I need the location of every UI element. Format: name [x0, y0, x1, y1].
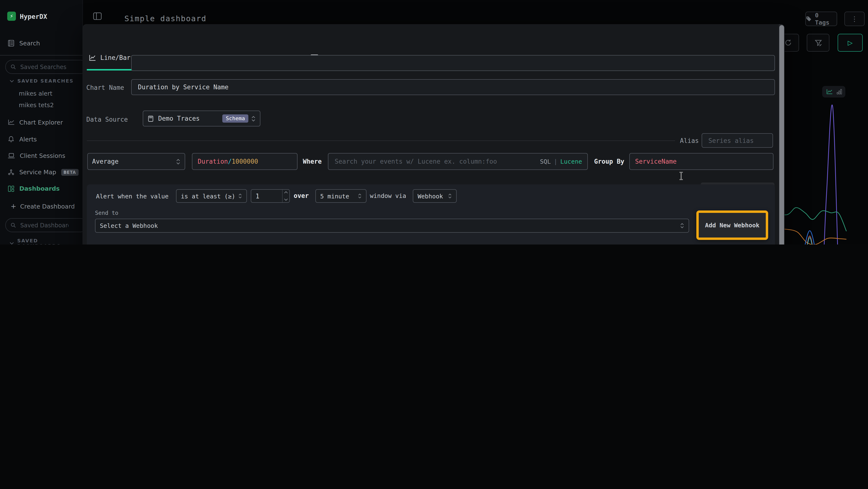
logo-text: HyperDX: [20, 12, 47, 20]
tag-icon: [806, 16, 812, 22]
sidebar-item-search[interactable]: Search: [8, 39, 40, 47]
tags-button-label: 0 Tags: [815, 11, 837, 26]
sidebar-item-service-map[interactable]: Service Map BETA: [8, 169, 79, 176]
text-cursor: [679, 172, 683, 180]
bar-chart-icon: [836, 89, 842, 95]
chevron-updown-icon: [176, 158, 180, 165]
alias-divider: [87, 141, 675, 141]
webhook-select[interactable]: Select a Webhook: [95, 219, 689, 233]
tab-line-bar[interactable]: Line/Bar: [89, 54, 130, 61]
saved-searches-search[interactable]: [5, 60, 87, 74]
sidebar-item-dashboards[interactable]: Dashboards: [8, 185, 60, 192]
add-webhook-highlight: Add New Webhook: [696, 210, 768, 240]
network-icon: [8, 169, 14, 175]
data-source-label: Data Source: [86, 116, 128, 123]
search-icon: [10, 64, 16, 69]
chevron-up-icon[interactable]: [284, 191, 288, 194]
alert-when-label: Alert when the value: [96, 193, 168, 200]
saved-search-item[interactable]: mikes alert: [19, 90, 52, 97]
send-to-label: Send to: [95, 209, 118, 216]
edit-chart-modal: Line/Bar Table 123 Number: [83, 24, 784, 244]
kebab-icon: ⋮: [851, 15, 858, 23]
chevron-updown-icon: [238, 193, 242, 199]
saved-searches-input[interactable]: [19, 63, 69, 71]
alert-window-select[interactable]: 5 minute: [315, 189, 367, 203]
sidebar: ⚡ HyperDX Search SAVED SEARCH: [0, 0, 83, 244]
refresh-icon: [784, 39, 792, 46]
sql-toggle[interactable]: SQL: [540, 158, 551, 165]
schema-badge: Schema: [222, 114, 249, 123]
window-via-label: window via: [370, 192, 406, 199]
line-chart-icon: [89, 54, 96, 61]
dashboard-grid-icon: [8, 185, 14, 192]
chevron-updown-icon: [358, 193, 362, 199]
over-label: over: [294, 192, 309, 199]
filter-edit-icon: [814, 39, 822, 47]
saved-searches-header[interactable]: SAVED SEARCHES: [10, 78, 73, 84]
sidebar-item-label: Search: [19, 39, 40, 47]
search-doc-icon: [8, 39, 14, 47]
page-title: Simple dashboard: [124, 14, 207, 23]
saved-dashboards-header[interactable]: SAVED DASHBOARDS: [10, 238, 83, 244]
line-chart-icon: [8, 119, 14, 125]
chevron-down-icon: [10, 242, 14, 244]
number-stepper[interactable]: [282, 190, 289, 202]
add-new-webhook-button[interactable]: Add New Webhook: [699, 213, 766, 237]
data-source-select[interactable]: Demo Traces Schema: [143, 111, 260, 126]
data-source-value: Demo Traces: [158, 115, 199, 122]
sidebar-item-client-sessions[interactable]: Client Sessions: [8, 152, 65, 159]
hyperdx-logo-icon: ⚡: [7, 11, 16, 21]
where-label: Where: [303, 158, 322, 165]
play-icon: ▷: [848, 39, 852, 46]
where-search-input[interactable]: SQL | Lucene: [328, 153, 588, 170]
bell-icon: [8, 136, 14, 143]
chart-name-input[interactable]: [131, 79, 775, 95]
logo[interactable]: ⚡ HyperDX: [7, 11, 47, 21]
group-by-input[interactable]: ServiceName: [629, 153, 774, 170]
saved-search-item[interactable]: mikes tets2: [19, 102, 54, 109]
saved-dashboards-input[interactable]: [19, 221, 69, 229]
alert-channel-select[interactable]: Webhook: [413, 189, 457, 203]
modal-scrollbar-thumb[interactable]: [779, 25, 784, 244]
more-options-button[interactable]: ⋮: [844, 11, 865, 26]
create-dashboard-button[interactable]: + Create Dashboard: [10, 202, 75, 210]
line-chart-icon: [826, 89, 833, 95]
field-slash: /: [228, 158, 232, 165]
database-icon: [148, 115, 154, 122]
alert-condition-select[interactable]: is at least (≥): [176, 189, 247, 203]
aggregation-select[interactable]: Average: [87, 153, 185, 170]
run-query-button[interactable]: ▷: [838, 34, 863, 52]
alias-label: Alias: [680, 137, 699, 144]
sidebar-toggle-icon[interactable]: [93, 12, 102, 20]
chevron-updown-icon: [680, 223, 684, 229]
field-expression-input[interactable]: Duration/1000000: [192, 153, 298, 170]
chevron-updown-icon: [448, 193, 452, 199]
sidebar-divider: [0, 55, 83, 56]
plus-icon: +: [10, 202, 16, 210]
beta-badge: BETA: [61, 169, 79, 175]
saved-dashboards-search[interactable]: [5, 218, 87, 232]
field-denominator: 1000000: [232, 158, 258, 165]
alert-value-input[interactable]: [251, 189, 290, 203]
chevron-updown-icon: [251, 115, 255, 122]
lucene-toggle[interactable]: Lucene: [560, 158, 582, 165]
chevron-down-icon: [10, 79, 14, 82]
filter-button[interactable]: [807, 34, 830, 52]
field-name: Duration: [198, 158, 228, 165]
series-alias-input[interactable]: [702, 133, 773, 148]
background-chart-type-toggle[interactable]: [822, 86, 845, 97]
chart-name-label: Chart Name: [86, 84, 124, 91]
search-icon: [10, 223, 16, 228]
group-by-label: Group By: [594, 158, 624, 165]
app-root: 10:35:00 AM Simple dashboard 0 Tags ⋮: [0, 0, 868, 244]
chart-name-input-wrap: [131, 55, 775, 71]
chevron-down-icon[interactable]: [284, 198, 288, 201]
tags-button[interactable]: 0 Tags: [805, 11, 837, 26]
sidebar-item-chart-explorer[interactable]: Chart Explorer: [8, 119, 63, 126]
sidebar-item-alerts[interactable]: Alerts: [8, 136, 37, 143]
laptop-icon: [8, 152, 15, 159]
